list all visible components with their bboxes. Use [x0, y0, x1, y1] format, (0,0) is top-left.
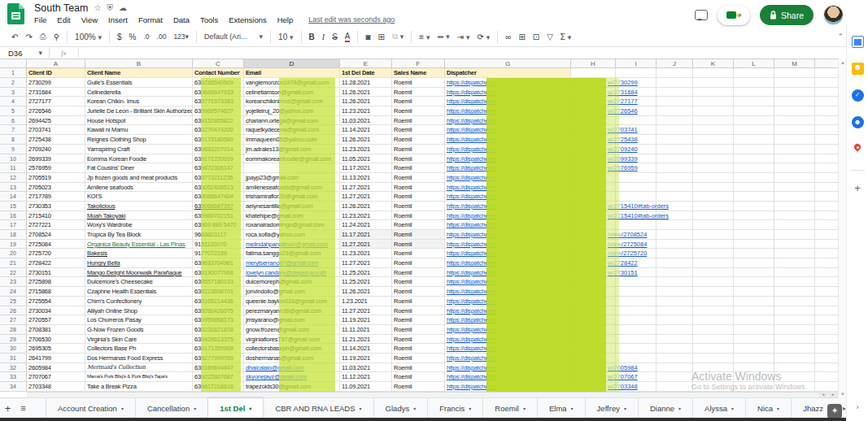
grid-cell[interactable]: [616, 183, 656, 193]
grid-cell[interactable]: 2605984: [27, 363, 85, 373]
grid-cell[interactable]: Yarnspiring Craft: [85, 145, 193, 154]
grid-cell[interactable]: Roemil: [392, 382, 445, 392]
grid-cell[interactable]: [734, 192, 774, 202]
scroll-left-icon[interactable]: ◂: [819, 392, 827, 397]
grid-cell[interactable]: [815, 306, 840, 316]
row-number[interactable]: 5: [0, 106, 27, 116]
grid-cell[interactable]: [693, 88, 734, 98]
paint-format-button[interactable]: ⚲: [54, 33, 59, 41]
grid-cell[interactable]: [774, 88, 815, 98]
grid-cell[interactable]: Roemil: [392, 202, 445, 211]
meet-button[interactable]: ▾: [718, 6, 750, 25]
grid-cell[interactable]: [815, 173, 840, 183]
grid-cell[interactable]: [815, 183, 840, 193]
column-header-D[interactable]: D: [244, 59, 340, 68]
sheet-tab-nica[interactable]: Nica▾: [746, 398, 792, 418]
row-number[interactable]: 9: [0, 145, 27, 154]
grid-cell[interactable]: Roemil: [392, 306, 445, 316]
grid-cell[interactable]: Celinederella: [85, 88, 193, 98]
row-number[interactable]: 33: [0, 372, 27, 382]
format-percent-button[interactable]: %: [129, 33, 137, 41]
grid-cell[interactable]: 2703741: [27, 125, 85, 135]
grid-cell[interactable]: [815, 163, 840, 173]
grid-cell[interactable]: [815, 335, 840, 345]
row-number[interactable]: 17: [0, 220, 27, 230]
grid-cell[interactable]: [616, 287, 656, 297]
grid-cell[interactable]: [616, 220, 656, 230]
grid-cell[interactable]: [616, 68, 656, 78]
grid-cell[interactable]: Roemil: [392, 363, 445, 373]
grid-cell[interactable]: [656, 306, 693, 316]
grid-cell[interactable]: Client ID: [27, 68, 85, 78]
column-header-I[interactable]: I: [616, 59, 656, 68]
column-header-B[interactable]: B: [85, 59, 193, 68]
grid-cell[interactable]: [693, 268, 734, 278]
grid-cell[interactable]: [734, 78, 774, 88]
keep-icon[interactable]: [852, 63, 864, 75]
grid-cell[interactable]: Woxy's Wardrobe: [85, 220, 193, 230]
grid-cell[interactable]: Roemil: [392, 335, 445, 345]
grid-cell[interactable]: Roemil: [392, 297, 445, 306]
grid-cell[interactable]: [734, 68, 774, 78]
grid-cell[interactable]: [656, 382, 693, 392]
grid-cell[interactable]: [774, 125, 815, 135]
expand-panel-icon[interactable]: ›: [847, 403, 868, 411]
grid-cell[interactable]: [774, 287, 815, 297]
grid-cell[interactable]: [693, 240, 734, 250]
grid-cell[interactable]: Contact Number: [193, 68, 244, 78]
grid-cell[interactable]: 11.17.2021: [340, 230, 392, 240]
grid-cell[interactable]: 2705023: [27, 183, 85, 193]
grid-cell[interactable]: [815, 192, 840, 202]
decrease-decimals-button[interactable]: .0: [143, 33, 149, 41]
grid-cell[interactable]: [734, 315, 774, 325]
grid-cell[interactable]: 11.11.2021: [340, 325, 392, 335]
grid-cell[interactable]: 11.26.2021: [340, 202, 392, 211]
grid-cell[interactable]: [656, 363, 693, 373]
grid-cell[interactable]: [774, 154, 815, 164]
grid-cell[interactable]: [774, 230, 815, 240]
sheet-tab-gladys[interactable]: Gladys▾: [374, 398, 429, 418]
grid-cell[interactable]: [693, 116, 734, 126]
grid-cell[interactable]: [815, 97, 840, 106]
grid-cell[interactable]: [734, 163, 774, 173]
grid-cell[interactable]: 11.23.2021: [340, 211, 392, 221]
grid-cell[interactable]: [774, 220, 815, 230]
grid-cell[interactable]: [693, 211, 734, 221]
grid-cell[interactable]: 2699339: [27, 154, 85, 164]
name-box[interactable]: D36▾: [0, 49, 49, 58]
grid-cell[interactable]: Collectors Base Ph: [85, 344, 193, 354]
grid-cell[interactable]: 11.27.2021: [340, 192, 392, 202]
grid-cell[interactable]: [656, 325, 693, 335]
grid-cell[interactable]: Chim's Confectionery: [85, 297, 193, 306]
protected-icon[interactable]: ⛨: [107, 4, 113, 12]
column-header-partial[interactable]: [815, 59, 840, 68]
grid-cell[interactable]: [734, 97, 774, 106]
grid-cell[interactable]: Los Churreros Pasay: [85, 315, 193, 325]
grid-cell[interactable]: [656, 240, 693, 250]
grid-cell[interactable]: 11.03.2021: [340, 116, 392, 126]
grid-cell[interactable]: [656, 135, 693, 145]
tasks-icon[interactable]: [852, 89, 864, 102]
column-header-K[interactable]: K: [693, 59, 734, 68]
grid-cell[interactable]: [693, 335, 734, 345]
grid-cell[interactable]: [693, 258, 734, 268]
grid-cell[interactable]: [734, 135, 774, 145]
grid-cell[interactable]: [734, 125, 774, 135]
grid-cell[interactable]: House Hotspot: [85, 116, 193, 126]
grid-cell[interactable]: 2728422: [27, 258, 85, 268]
grid-cell[interactable]: [656, 163, 693, 173]
sheet-tab-jhazz[interactable]: Jhazz: [792, 398, 825, 418]
grid-cell[interactable]: [693, 173, 734, 183]
grid-cell[interactable]: 2731684: [27, 88, 85, 98]
grid-cell[interactable]: Roemil: [392, 268, 445, 278]
grid-cell[interactable]: 11.19.2021: [340, 354, 392, 363]
grid-cell[interactable]: [734, 297, 774, 306]
grid-cell[interactable]: 2730353: [27, 202, 85, 211]
grid-cell[interactable]: Roemil: [392, 97, 445, 106]
print-button[interactable]: ⎙: [40, 32, 46, 41]
column-header-G[interactable]: G: [445, 59, 571, 68]
grid-cell[interactable]: [734, 145, 774, 154]
grid-cell[interactable]: [693, 354, 734, 363]
text-color-button[interactable]: A: [345, 32, 351, 42]
column-header-E[interactable]: E: [340, 59, 392, 68]
